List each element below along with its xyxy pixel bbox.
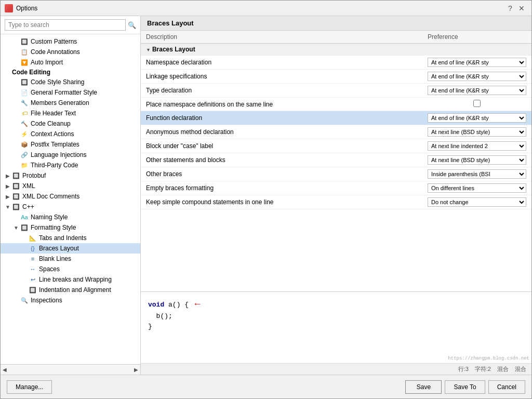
tree-item-postfix-templates[interactable]: 📦Postfix Templates	[1, 139, 140, 150]
tree-item-general-formatter-style[interactable]: 📄General Formatter Style	[1, 87, 140, 98]
tree-item-tabs-and-indents[interactable]: 📐Tabs and Indents	[1, 233, 140, 243]
pref-select-6[interactable]: At next line indented 2	[428, 141, 526, 151]
tree-item-xml-doc-comments[interactable]: ▶🔲XML Doc Comments	[1, 191, 140, 202]
tree-item-braces-layout[interactable]: {}Braces Layout	[1, 243, 140, 254]
pref-select-9[interactable]: On different lines	[428, 183, 526, 193]
scroll-right-arrow[interactable]: ▶	[134, 367, 138, 373]
tree-item-code-editing[interactable]: Code Editing	[1, 68, 140, 77]
tree-item-code-annotations[interactable]: 📋Code Annotations	[1, 47, 140, 57]
item-icon-protobuf: 🔲	[12, 171, 20, 180]
row-desc-0: Namespace declaration	[141, 56, 422, 70]
pref-select-5[interactable]: At next line (BSD style)	[428, 127, 526, 137]
settings-row[interactable]: Keep simple compound statements in one l…	[141, 195, 531, 209]
settings-row[interactable]: Block under "case" labelAt next line ind…	[141, 139, 531, 153]
settings-row[interactable]: Other bracesInside parenthesis (BSI	[141, 167, 531, 181]
row-desc-5: Anonymous method declaration	[141, 125, 422, 139]
tree-item-naming-style[interactable]: AaNaming Style	[1, 212, 140, 222]
pref-select-10[interactable]: Do not change	[428, 197, 526, 207]
tree-item-blank-lines[interactable]: ≡Blank Lines	[1, 254, 140, 264]
pref-select-7[interactable]: At next line (BSD style)	[428, 155, 526, 165]
settings-row[interactable]: Linkage specificationsAt end of line (K&…	[141, 70, 531, 84]
row-desc-2: Type declaration	[141, 84, 422, 98]
item-label-protobuf: Protobuf	[22, 172, 46, 179]
expand-arrow-xml-doc-comments[interactable]: ▶	[5, 193, 11, 200]
tree-item-cpp[interactable]: ▼🔲C++	[1, 202, 140, 212]
tree-item-xml[interactable]: ▶🔲XML	[1, 181, 140, 191]
tree-item-spaces[interactable]: ↔Spaces	[1, 264, 140, 274]
search-input[interactable]	[5, 19, 126, 31]
tree-item-protobuf[interactable]: ▶🔲Protobuf	[1, 170, 140, 181]
item-label-cpp: C++	[22, 203, 34, 210]
manage-button[interactable]: Manage...	[7, 380, 52, 394]
item-label-third-party-code: Third-Party Code	[31, 162, 78, 169]
settings-row[interactable]: Other statements and blocksAt next line …	[141, 153, 531, 167]
item-icon-code-cleanup: 🔨	[20, 119, 29, 128]
item-label-code-style-sharing: Code Style Sharing	[31, 78, 84, 86]
help-button[interactable]: ?	[504, 3, 516, 14]
item-label-line-breaks-wrapping: Line breaks and Wrapping	[39, 276, 112, 283]
pref-select-4[interactable]: At end of line (K&R sty	[428, 113, 526, 123]
expand-arrow-protobuf[interactable]: ▶	[5, 172, 11, 179]
preview-area: void a() { ← b(); } https://zhangpm.blog…	[141, 291, 531, 375]
cancel-button[interactable]: Cancel	[488, 380, 525, 394]
settings-row[interactable]: Function declarationAt end of line (K&R …	[141, 111, 531, 125]
tree-item-inspections[interactable]: 🔍Inspections	[1, 295, 140, 305]
settings-row[interactable]: Empty braces formattingOn different line…	[141, 181, 531, 195]
tree-item-indentation-alignment[interactable]: 🔲Indentation and Alignment	[1, 285, 140, 295]
watermark: https://zhangpm.blog.csdn.net	[448, 355, 529, 363]
expand-arrow-cpp[interactable]: ▼	[5, 204, 11, 210]
item-icon-language-injections: 🔗	[20, 151, 29, 159]
item-label-braces-layout: Braces Layout	[39, 245, 79, 252]
tree-item-file-header-text[interactable]: 🏷File Header Text	[1, 108, 140, 118]
settings-row[interactable]: Place namespace definitions on the same …	[141, 98, 531, 111]
settings-table-area[interactable]: Description Preference ▼Braces LayoutNam…	[141, 31, 531, 291]
item-icon-postfix-templates: 📦	[20, 140, 29, 149]
pref-select-8[interactable]: Inside parenthesis (BSI	[428, 169, 526, 179]
tree-item-line-breaks-wrapping[interactable]: ↩Line breaks and Wrapping	[1, 274, 140, 285]
scroll-left-arrow[interactable]: ◀	[3, 367, 7, 373]
pref-select-1[interactable]: At end of line (K&R sty	[428, 72, 526, 81]
expand-arrow-formatting-style[interactable]: ▼	[13, 224, 19, 231]
item-icon-context-actions: ⚡	[20, 130, 29, 138]
settings-table: Description Preference ▼Braces LayoutNam…	[141, 31, 531, 209]
item-icon-custom-patterns: 🔲	[20, 37, 29, 46]
pref-select-2[interactable]: At end of line (K&R sty	[428, 86, 526, 95]
tree-item-third-party-code[interactable]: 📁Third-Party Code	[1, 160, 140, 170]
pref-checkbox-3[interactable]	[473, 100, 481, 107]
tree-item-code-style-sharing[interactable]: 🔲Code Style Sharing	[1, 77, 140, 87]
row-desc-9: Empty braces formatting	[141, 181, 422, 195]
tree-item-language-injections[interactable]: 🔗Language Injections	[1, 150, 140, 160]
item-label-code-editing: Code Editing	[12, 69, 50, 76]
save-to-button[interactable]: Save To	[445, 380, 485, 394]
item-icon-file-header-text: 🏷	[20, 109, 29, 117]
save-button[interactable]: Save	[405, 380, 442, 394]
item-icon-code-annotations: 📋	[20, 48, 29, 56]
row-desc-7: Other statements and blocks	[141, 153, 422, 167]
settings-row[interactable]: Anonymous method declarationAt next line…	[141, 125, 531, 139]
item-label-spaces: Spaces	[39, 265, 60, 273]
tree-item-context-actions[interactable]: ⚡Context Actions	[1, 129, 140, 139]
item-icon-braces-layout: {}	[29, 244, 37, 252]
item-icon-general-formatter-style: 📄	[20, 88, 29, 97]
col-preference: Preference	[422, 31, 531, 44]
right-panel-header: Braces Layout	[141, 16, 531, 31]
item-label-tabs-and-indents: Tabs and Indents	[39, 234, 86, 242]
tree-item-formatting-style[interactable]: ▼🔲Formatting Style	[1, 222, 140, 233]
item-label-custom-patterns: Custom Patterns	[31, 38, 77, 45]
tree-item-auto-import[interactable]: 🔽Auto Import	[1, 57, 140, 68]
tree-item-code-cleanup[interactable]: 🔨Code Cleanup	[1, 118, 140, 129]
tree-area[interactable]: 🔲Custom Patterns📋Code Annotations🔽Auto I…	[1, 34, 140, 364]
row-desc-6: Block under "case" label	[141, 139, 422, 153]
settings-row[interactable]: Type declarationAt end of line (K&R sty	[141, 84, 531, 98]
settings-row[interactable]: Namespace declarationAt end of line (K&R…	[141, 56, 531, 70]
tree-item-members-generation[interactable]: 🔧Members Generation	[1, 98, 140, 108]
pref-select-0[interactable]: At end of line (K&R sty	[428, 58, 526, 67]
close-button[interactable]: ✕	[516, 3, 527, 14]
item-icon-naming-style: Aa	[20, 213, 29, 221]
item-icon-xml: 🔲	[12, 182, 20, 190]
item-label-code-cleanup: Code Cleanup	[31, 120, 71, 127]
expand-arrow-xml[interactable]: ▶	[5, 183, 11, 189]
tree-item-custom-patterns[interactable]: 🔲Custom Patterns	[1, 36, 140, 47]
row-desc-3: Place namespace definitions on the same …	[141, 98, 422, 111]
item-label-context-actions: Context Actions	[31, 130, 74, 138]
